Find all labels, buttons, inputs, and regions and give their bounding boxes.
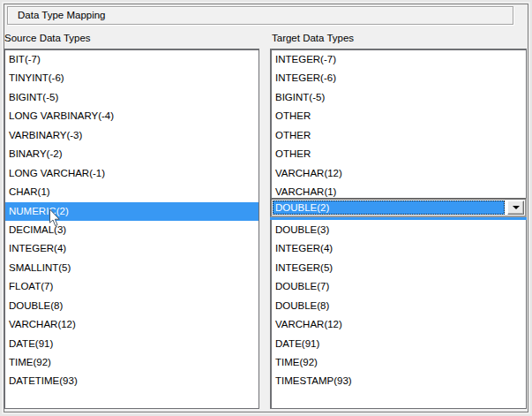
list-item[interactable]: DATE(91)	[272, 335, 526, 353]
combobox-dropdown-button[interactable]	[507, 200, 524, 215]
list-item[interactable]: DOUBLE(3)	[272, 221, 526, 239]
list-item[interactable]: OTHER	[272, 107, 526, 125]
list-item[interactable]: INTEGER(4)	[272, 239, 526, 258]
list-item[interactable]: DOUBLE(7)	[272, 277, 526, 296]
source-type-list[interactable]: BIT(-7)TINYINT(-6)BIGINT(-5)LONG VARBINA…	[4, 49, 259, 409]
list-item[interactable]: VARCHAR(12)	[272, 164, 526, 183]
list-item[interactable]: DECIMAL(3)	[5, 221, 259, 239]
page-title: Data Type Mapping	[18, 10, 106, 20]
data-type-mapping-window: Data Type Mapping Source Data Types Targ…	[0, 0, 532, 416]
list-item[interactable]: BIGINT(-5)	[5, 88, 259, 107]
list-item[interactable]: INTEGER(-7)	[272, 50, 526, 69]
combobox-focus-underline	[270, 217, 527, 220]
target-type-combobox[interactable]: DOUBLE(2)	[270, 198, 527, 217]
list-item[interactable]: TIME(92)	[5, 353, 259, 372]
target-type-list[interactable]: INTEGER(-7)INTEGER(-6)BIGINT(-5)OTHEROTH…	[270, 49, 527, 409]
list-item[interactable]: TINYINT(-6)	[5, 69, 259, 87]
list-item[interactable]: OTHER	[272, 145, 526, 163]
list-item[interactable]: DOUBLE(8)	[272, 297, 526, 315]
list-item[interactable]: VARCHAR(12)	[5, 315, 259, 334]
combobox-selected-value[interactable]: DOUBLE(2)	[273, 200, 505, 215]
list-item[interactable]: BINARY(-2)	[5, 145, 259, 163]
dialog-header-panel: Data Type Mapping	[7, 6, 513, 25]
list-item[interactable]: TIMESTAMP(93)	[272, 372, 526, 390]
chevron-down-icon	[513, 206, 520, 209]
list-item[interactable]: INTEGER(-6)	[272, 69, 526, 87]
list-item[interactable]: TIME(92)	[272, 353, 526, 372]
list-item[interactable]: DATETIME(93)	[5, 372, 259, 390]
list-item[interactable]: FLOAT(7)	[5, 277, 259, 296]
source-list-label: Source Data Types	[4, 32, 91, 44]
list-item[interactable]: VARBINARY(-3)	[5, 126, 259, 145]
list-item[interactable]: DOUBLE(8)	[5, 297, 259, 315]
list-item[interactable]: LONG VARBINARY(-4)	[5, 107, 259, 125]
list-item[interactable]: INTEGER(4)	[5, 239, 259, 258]
list-item[interactable]: BIT(-7)	[5, 50, 259, 69]
list-item[interactable]: OTHER	[272, 126, 526, 145]
list-item[interactable]: VARCHAR(12)	[272, 315, 526, 334]
list-item[interactable]: BIGINT(-5)	[272, 88, 526, 107]
target-list-label: Target Data Types	[272, 32, 354, 44]
list-item[interactable]: DATE(91)	[5, 335, 259, 353]
list-item[interactable]: CHAR(1)	[5, 183, 259, 201]
list-item[interactable]: SMALLINT(5)	[5, 259, 259, 277]
list-item[interactable]: LONG VARCHAR(-1)	[5, 164, 259, 183]
list-item[interactable]: INTEGER(5)	[272, 259, 526, 277]
list-item[interactable]: NUMERIC(2)	[5, 202, 259, 221]
